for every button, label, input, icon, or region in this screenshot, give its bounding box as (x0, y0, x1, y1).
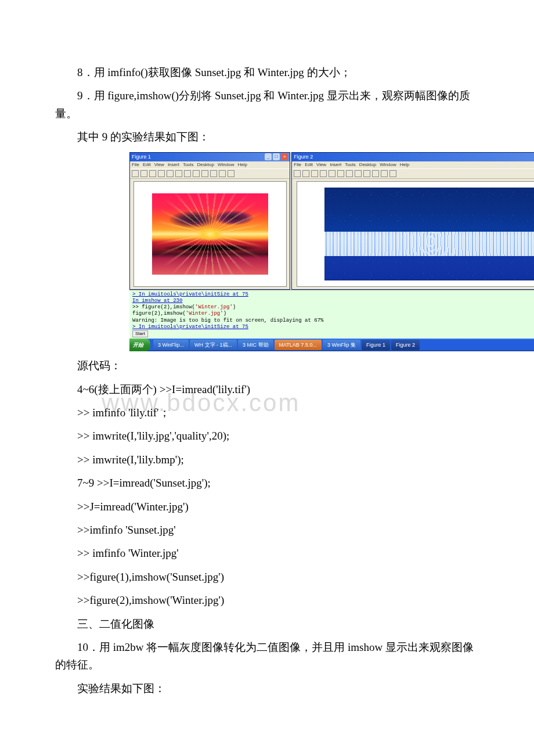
menu-window[interactable]: Window (380, 161, 396, 169)
code-line: >>figure(2),imshow('Winter.jpg') (55, 592, 479, 609)
figure-1-titlebar: Figure 1 _ □ × (130, 153, 290, 162)
cmd-start-row: Start (132, 330, 534, 337)
close-icon[interactable]: × (281, 153, 288, 160)
figure-1-plotarea (134, 181, 287, 287)
winter-image (324, 188, 534, 280)
figure-1-menubar[interactable]: File Edit View Insert Tools Desktop Wind… (130, 161, 290, 168)
tool-icon[interactable] (363, 170, 370, 177)
taskbar-item[interactable]: 3 WinFlip 集 (323, 340, 360, 350)
matlab-command-output: > In imuitools\private\initSize at 75 In… (129, 290, 534, 339)
menu-window[interactable]: Window (218, 161, 234, 169)
figure-1-title: Figure 1 (132, 153, 151, 161)
menu-edit[interactable]: Edit (305, 161, 313, 169)
para-result-label: 实验结果如下图： (55, 680, 479, 697)
tool-icon[interactable] (329, 170, 335, 177)
figure-2-menubar[interactable]: File Edit View Insert Tools Desktop Wind… (292, 161, 534, 168)
figure-2-toolbar[interactable] (292, 168, 534, 179)
maximize-icon[interactable]: □ (273, 153, 280, 160)
start-button[interactable]: 开始 (129, 339, 150, 351)
menu-edit[interactable]: Edit (143, 161, 151, 169)
code-line: >> imfinfo 'Winter.jpg' (55, 545, 479, 562)
menu-desktop[interactable]: Desktop (359, 161, 376, 169)
tool-icon[interactable] (219, 170, 226, 177)
figure-1-toolbar[interactable] (130, 168, 290, 179)
sunset-image (152, 193, 268, 275)
tool-icon[interactable] (355, 170, 362, 177)
taskbar-item[interactable]: MATLAB 7.5.0... (275, 340, 322, 350)
tool-icon[interactable] (337, 170, 344, 177)
tool-icon[interactable] (175, 170, 182, 177)
cmd-line: >> figure(2),imshow('Winter.jpg') (132, 304, 534, 311)
tool-icon[interactable] (228, 170, 234, 177)
code-line: >> imwrite(I,'lily.bmp'); (55, 451, 479, 469)
cmd-line: In imshow at 230 (132, 298, 534, 304)
tool-icon[interactable] (389, 170, 396, 177)
tool-icon[interactable] (320, 170, 327, 177)
code-line: 4~6(接上面两个) >>I=imread('lily.tif') (55, 381, 479, 398)
tool-icon[interactable] (381, 170, 388, 177)
tool-icon[interactable] (132, 170, 139, 177)
tool-icon[interactable] (294, 170, 301, 177)
code-line: >> imwrite(I,'lily.jpg','quality',20); (55, 427, 479, 445)
figure-2-plotarea (297, 181, 534, 287)
tool-icon[interactable] (193, 170, 200, 177)
menu-tools[interactable]: Tools (345, 161, 356, 169)
figure-2-window: Figure 2 _ □ × File Edit View Insert Too… (291, 152, 534, 290)
tool-icon[interactable] (140, 170, 147, 177)
figure-1-window: Figure 1 _ □ × File Edit View Insert Too… (129, 152, 290, 290)
para-10: 10．用 im2bw 将一幅灰度图像转化为二值图像，并且用 imshow 显示出… (55, 639, 479, 674)
taskbar-item[interactable]: Figure 2 (391, 340, 420, 350)
tool-icon[interactable] (210, 170, 217, 177)
tool-icon[interactable] (372, 170, 379, 177)
tool-icon[interactable] (311, 170, 318, 177)
figure-1-canvas (130, 179, 290, 289)
figure-2-titlebar: Figure 2 _ □ × (292, 153, 534, 162)
tool-icon[interactable] (302, 170, 309, 177)
matlab-start-button[interactable]: Start (132, 330, 148, 337)
cmd-line: > In imuitools\private\initSize at 75 (132, 291, 534, 298)
menu-insert[interactable]: Insert (330, 161, 341, 169)
menu-tools[interactable]: Tools (183, 161, 194, 169)
para-result9: 其中 9 的实验结果如下图： (55, 128, 479, 146)
code-line: >>J=imread('Winter.jpg') (55, 498, 479, 516)
taskbar-item[interactable]: WH 文字 - 1稿... (190, 340, 237, 350)
code-line: >>figure(1),imshow('Sunset.jpg') (55, 568, 479, 586)
taskbar-item[interactable]: 3 MIC 帮助 (238, 340, 273, 350)
menu-desktop[interactable]: Desktop (197, 161, 214, 169)
figure-2-title: Figure 2 (294, 153, 313, 161)
menu-help[interactable]: Help (400, 161, 409, 169)
minimize-icon[interactable]: _ (265, 153, 272, 160)
tool-icon[interactable] (149, 170, 156, 177)
taskbar-item[interactable]: 3 WinFlip... (153, 340, 189, 350)
menu-file[interactable]: File (132, 161, 139, 169)
code-line: 7~9 >>I=imread('Sunset.jpg'); (55, 474, 479, 492)
tool-icon[interactable] (201, 170, 208, 177)
code-line: >> imfinfo 'lily.tif'； (55, 404, 479, 422)
cmd-line: figure(2),imshow('Winter.jpg') (132, 311, 534, 317)
tool-icon[interactable] (158, 170, 165, 177)
cmd-line: > In imuitools\private\initSize at 75 (132, 324, 534, 330)
tool-icon[interactable] (346, 170, 353, 177)
menu-help[interactable]: Help (237, 161, 247, 169)
para-source: 源代码： (55, 357, 479, 375)
menu-file[interactable]: File (294, 161, 301, 169)
cmd-line: Warning: Image is too big to fit on scre… (132, 318, 534, 324)
windows-taskbar: 开始 3 WinFlip... WH 文字 - 1稿... 3 MIC 帮助 M… (129, 339, 534, 351)
menu-view[interactable]: View (154, 161, 164, 169)
para-8: 8．用 imfinfo()获取图像 Sunset.jpg 和 Winter.jp… (55, 64, 479, 81)
tool-icon[interactable] (184, 170, 191, 177)
taskbar-item[interactable]: Figure 1 (362, 340, 390, 350)
para-9: 9．用 figure,imshow()分别将 Sunset.jpg 和 Wint… (55, 87, 479, 123)
tool-icon[interactable] (167, 170, 174, 177)
menu-view[interactable]: View (316, 161, 326, 169)
section-3: 三、二值化图像 (55, 615, 479, 633)
experiment-screenshot: Figure 1 _ □ × File Edit View Insert Too… (129, 152, 534, 352)
figure-2-canvas (292, 179, 534, 289)
code-line: >>imfinfo 'Sunset.jpg' (55, 521, 479, 539)
menu-insert[interactable]: Insert (168, 161, 179, 169)
